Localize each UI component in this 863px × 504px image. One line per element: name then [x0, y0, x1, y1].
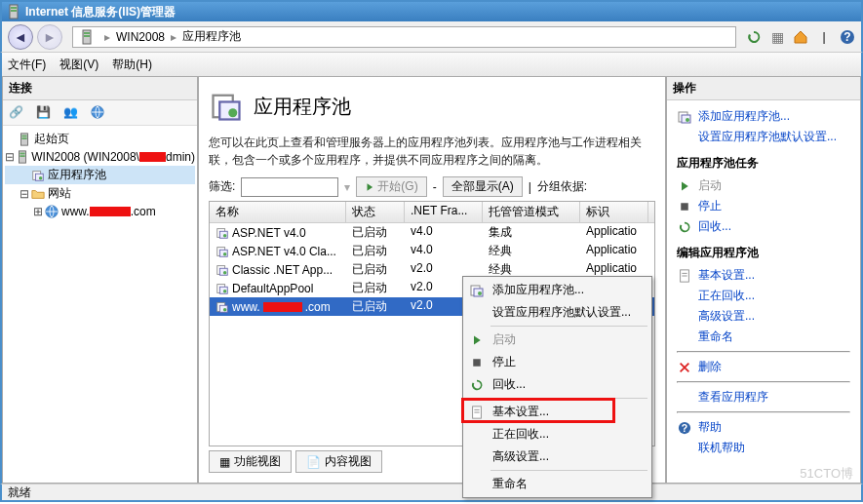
features-icon: ▦ — [219, 455, 230, 469]
forward-button[interactable]: ► — [37, 24, 62, 50]
page-title: 应用程序池 — [254, 94, 351, 120]
col-net[interactable]: .NET Fra... — [405, 202, 483, 222]
ctx-recycle[interactable]: 回收... — [465, 373, 649, 396]
action-view-apps[interactable]: 查看应用程序 — [677, 387, 850, 407]
menu-file[interactable]: 文件(F) — [8, 57, 46, 73]
connect-icon[interactable]: 🔗 — [9, 105, 24, 121]
go-button[interactable]: 开始(G) — [356, 176, 426, 197]
filter-bar: 筛选: ▾ 开始(G) - 全部显示(A) | 分组依据: — [209, 176, 655, 197]
status-text: 就绪 — [8, 485, 31, 501]
ctx-rename[interactable]: 重命名 — [465, 473, 649, 495]
filter-input[interactable] — [241, 177, 338, 197]
filter-label: 筛选: — [209, 178, 235, 195]
title-bar: Internet 信息服务(IIS)管理器 — [0, 0, 863, 21]
app-icon — [6, 4, 21, 19]
connections-toolbar: 🔗 💾 👥 — [3, 100, 197, 126]
tree-server[interactable]: ⊟WIN2008 (WIN2008\dmin) — [5, 148, 195, 166]
play-icon — [365, 182, 374, 192]
stop-icon — [677, 199, 692, 214]
ctx-set-defaults[interactable]: 设置应用程序池默认设置... — [465, 301, 649, 324]
stop-conn-icon[interactable] — [91, 105, 106, 121]
ctx-basic[interactable]: 基本设置... — [465, 401, 649, 423]
menu-help[interactable]: 帮助(H) — [112, 57, 152, 73]
tree-sites[interactable]: ⊟网站 — [5, 184, 195, 203]
action-set-defaults[interactable]: 设置应用程序池默认设置... — [677, 127, 850, 147]
table-row[interactable]: ASP.NET v4.0 Cla...已启动v4.0经典Applicatio — [210, 242, 654, 260]
features-view-tab[interactable]: ▦功能视图 — [209, 450, 292, 473]
server-icon — [79, 29, 95, 45]
content-icon: 📄 — [306, 455, 321, 469]
doc-icon — [677, 268, 692, 284]
nav-bar: ◄ ► ▸ WIN2008 ▸ 应用程序池 ▦ | — [0, 21, 863, 53]
connections-pane: 连接 🔗 💾 👥 起始页 ⊟WIN2008 (WIN2008\dmin) 应用程… — [2, 76, 198, 484]
grid-header: 名称 状态 .NET Fra... 托管管道模式 标识 — [210, 202, 654, 223]
help-icon — [677, 420, 692, 436]
app-pools-icon — [209, 89, 244, 124]
connections-header: 连接 — [3, 77, 197, 100]
edit-header: 编辑应用程序池 — [677, 245, 850, 261]
help-icon[interactable] — [840, 29, 855, 45]
pool-icon — [216, 245, 229, 258]
ctx-add-pool[interactable]: 添加应用程序池... — [465, 279, 649, 301]
x-icon — [677, 360, 692, 375]
page-description: 您可以在此页上查看和管理服务器上的应用程序池列表。应用程序池与工作进程相关联，包… — [209, 134, 655, 169]
menu-bar: 文件(F) 视图(V) 帮助(H) — [0, 53, 863, 76]
action-stop[interactable]: 停止 — [677, 196, 850, 216]
status-bar: 就绪 — [0, 484, 863, 502]
breadcrumb[interactable]: ▸ WIN2008 ▸ 应用程序池 — [72, 26, 736, 48]
action-online-help[interactable]: 联机帮助 — [677, 438, 850, 458]
menu-view[interactable]: 视图(V) — [59, 57, 98, 73]
recycle-icon — [677, 219, 692, 235]
action-start[interactable]: 启动 — [677, 175, 850, 196]
save-icon[interactable]: 💾 — [36, 105, 52, 121]
ctx-start: 启动 — [465, 329, 649, 351]
play-icon — [677, 178, 692, 194]
remove-conn-icon[interactable]: 👥 — [63, 105, 79, 121]
action-rename[interactable]: 重命名 — [677, 327, 850, 347]
home-icon[interactable] — [793, 29, 808, 45]
ctx-advanced[interactable]: 高级设置... — [465, 446, 649, 468]
recycle-icon — [469, 377, 485, 393]
pool-icon — [216, 300, 229, 314]
tree-mode-icon[interactable]: ▦ — [769, 29, 785, 45]
tree-site-1[interactable]: ⊞www..com — [5, 203, 195, 220]
action-delete[interactable]: 删除 — [677, 357, 850, 377]
action-basic[interactable]: 基本设置... — [677, 265, 850, 286]
tree-app-pools[interactable]: 应用程序池 — [5, 166, 195, 184]
col-pipe[interactable]: 托管管道模式 — [483, 202, 580, 222]
pool-icon — [216, 226, 229, 240]
tasks-header: 应用程序池任务 — [677, 155, 850, 172]
pool-icon — [216, 263, 229, 277]
col-state[interactable]: 状态 — [346, 202, 405, 222]
show-all-button[interactable]: 全部显示(A) — [443, 176, 523, 197]
pool-icon — [216, 282, 229, 295]
table-row[interactable]: ASP.NET v4.0已启动v4.0集成Applicatio — [210, 223, 654, 242]
add-pool-icon — [677, 109, 692, 125]
action-advanced[interactable]: 高级设置... — [677, 306, 850, 327]
action-recycle[interactable]: 回收... — [677, 216, 850, 237]
actions-header: 操作 — [667, 77, 860, 100]
watermark: 51CTO博 — [800, 465, 853, 483]
refresh-icon[interactable] — [746, 29, 762, 45]
window-title: Internet 信息服务(IIS)管理器 — [25, 4, 176, 20]
connections-tree: 起始页 ⊟WIN2008 (WIN2008\dmin) 应用程序池 ⊟网站 ⊞w… — [3, 126, 197, 224]
actions-pane: 操作 添加应用程序池... 设置应用程序池默认设置... 应用程序池任务 启动 … — [666, 76, 861, 484]
action-recycling[interactable]: 正在回收... — [677, 286, 850, 306]
groupby-label: 分组依据: — [537, 178, 587, 195]
stop-icon — [469, 355, 485, 370]
breadcrumb-host[interactable]: WIN2008 — [116, 30, 165, 44]
breadcrumb-node[interactable]: 应用程序池 — [182, 28, 241, 45]
col-id[interactable]: 标识 — [580, 202, 648, 222]
action-add-pool[interactable]: 添加应用程序池... — [677, 106, 850, 127]
play-icon — [469, 332, 485, 348]
context-menu: 添加应用程序池... 设置应用程序池默认设置... 启动 停止 回收... 基本… — [462, 276, 652, 498]
doc-icon — [469, 405, 485, 420]
action-help[interactable]: 帮助 — [677, 417, 850, 438]
add-pool-icon — [469, 283, 485, 298]
ctx-stop[interactable]: 停止 — [465, 351, 649, 373]
tree-start-page[interactable]: 起始页 — [5, 130, 195, 148]
content-view-tab[interactable]: 📄内容视图 — [295, 450, 382, 473]
col-name[interactable]: 名称 — [210, 202, 346, 222]
back-button[interactable]: ◄ — [8, 24, 33, 50]
ctx-recycling[interactable]: 正在回收... — [465, 423, 649, 446]
